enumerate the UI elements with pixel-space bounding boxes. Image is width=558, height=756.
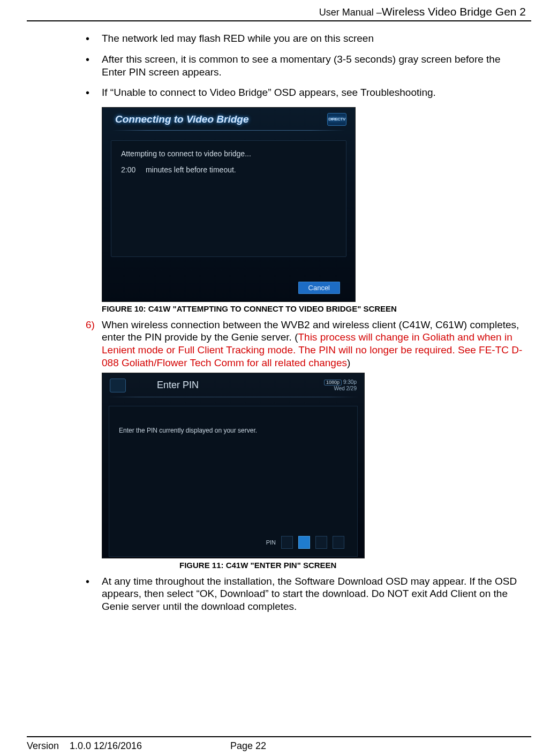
- page-number: Page 22: [230, 740, 266, 752]
- header-rule: [27, 20, 531, 21]
- bullet-icon: •: [86, 86, 102, 100]
- clock-time: 9:30p: [343, 379, 357, 385]
- osd-topbar: Enter PIN 1080p9:30p Wed 2/29: [102, 373, 364, 395]
- bullet-icon: •: [86, 32, 102, 46]
- header-prefix: User Manual –: [319, 7, 382, 18]
- divider: [112, 130, 345, 131]
- version-label: Version: [27, 740, 70, 752]
- pin-digit-box[interactable]: [281, 536, 293, 549]
- figure-10-screenshot: Connecting to Video Bridge DIRECTV Attem…: [102, 107, 356, 302]
- top-bullet-list: •The network led may flash RED while you…: [86, 32, 526, 100]
- figure-11-screenshot: Enter PIN 1080p9:30p Wed 2/29 Enter the …: [102, 373, 365, 558]
- osd-title: Connecting to Video Bridge: [115, 114, 248, 125]
- page-footer: Version 1.0.0 12/16/2016 Page 22: [27, 736, 531, 752]
- figure-10-caption: FIGURE 10: C41W "ATTEMPTING TO CONNECT T…: [86, 304, 526, 313]
- resolution-badge: 1080p: [324, 380, 342, 386]
- page-header: User Manual –Wireless Video Bridge Gen 2: [27, 5, 531, 18]
- bottom-bullet-list: •At any time throughout the installation…: [86, 575, 526, 613]
- pin-entry-row: PIN: [266, 536, 344, 549]
- figure-11-caption: FIGURE 11: C41W "ENTER PIN" SCREEN: [86, 561, 526, 570]
- directv-logo-icon: [110, 379, 126, 392]
- footer-rule: [27, 736, 531, 737]
- bullet-text: At any time throughout the installation,…: [102, 575, 526, 613]
- osd-title: Enter PIN: [157, 380, 199, 391]
- directv-logo-icon: DIRECTV: [327, 113, 346, 126]
- pin-digit-box[interactable]: [298, 536, 310, 549]
- osd-panel: Enter the PIN currently displayed on you…: [109, 406, 358, 557]
- bullet-text: If “Unable to connect to Video Bridge” O…: [102, 86, 436, 100]
- pin-label: PIN: [266, 539, 276, 546]
- list-item: •The network led may flash RED while you…: [86, 32, 526, 46]
- step-text: When wireless connection between the WVB…: [102, 319, 526, 369]
- bullet-icon: •: [86, 53, 102, 79]
- header-suffix: Wireless Video Bridge Gen 2: [382, 5, 526, 18]
- version-value: 1.0.0 12/16/2016: [70, 740, 230, 752]
- list-item: •If “Unable to connect to Video Bridge” …: [86, 86, 526, 100]
- clock-date: Wed 2/29: [324, 385, 357, 391]
- bullet-text: After this screen, it is common to see a…: [102, 53, 526, 79]
- step-number: 6): [86, 319, 102, 369]
- osd-titlebar: Connecting to Video Bridge DIRECTV: [102, 108, 355, 130]
- pin-digit-box[interactable]: [315, 536, 327, 549]
- bullet-icon: •: [86, 575, 102, 613]
- divider: [108, 397, 359, 397]
- osd-timeout-line: 2:00 minutes left before timeout.: [121, 165, 336, 174]
- clock-widget: 1080p9:30p Wed 2/29: [324, 379, 357, 392]
- timeout-value: 2:00: [121, 165, 144, 174]
- bullet-text: The network led may flash RED while you …: [102, 32, 374, 46]
- osd-panel: Attempting to connect to video bridge...…: [111, 140, 346, 257]
- pin-prompt: Enter the PIN currently displayed on you…: [119, 427, 348, 434]
- step-6: 6) When wireless connection between the …: [86, 319, 526, 369]
- osd-status-line: Attempting to connect to video bridge...: [121, 149, 336, 158]
- list-item: •At any time throughout the installation…: [86, 575, 526, 613]
- pin-digit-box[interactable]: [333, 536, 344, 549]
- timeout-label: minutes left before timeout.: [146, 165, 236, 174]
- cancel-button[interactable]: Cancel: [298, 282, 340, 294]
- list-item: •After this screen, it is common to see …: [86, 53, 526, 79]
